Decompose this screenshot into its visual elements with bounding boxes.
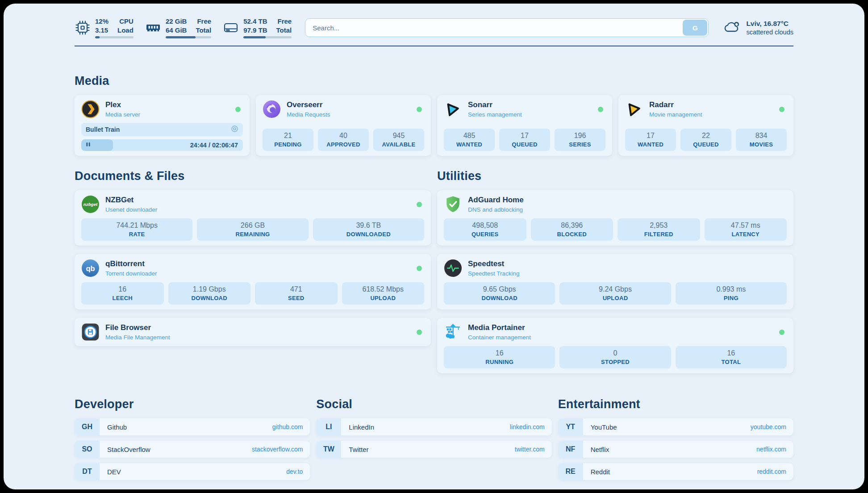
utilities-column: Utilities [437, 169, 793, 373]
service-subtitle: Speedtest Tracking [468, 270, 520, 277]
service-link-filebrowser[interactable]: File Browser Media File Management [81, 323, 424, 341]
bookmark-netflix[interactable]: NF Netflix netflix.com [558, 441, 793, 458]
stat-box: 618.52 Mbps UPLOAD [342, 282, 425, 305]
adguard-titles: AdGuard Home DNS and adblocking [468, 196, 524, 213]
stat-value: 9.24 Gbps [561, 285, 669, 294]
bookmark-abbr: YT [558, 418, 583, 435]
stat-value: 471 [257, 285, 336, 294]
ram-progress-fill [166, 36, 196, 38]
stat-box: 17 WANTED [625, 129, 676, 151]
weather-headline: Lviv, 16.87°C [746, 20, 793, 28]
ram-total-value: 64 GiB [166, 26, 187, 35]
stat-label: AVAILABLE [375, 141, 422, 148]
stat-label: DOWNLOADED [315, 231, 422, 238]
bookmark-github[interactable]: GH Github github.com [75, 418, 310, 435]
portainer-stats: 16 RUNNING 0 STOPPED 16 TOTAL [444, 346, 787, 368]
stat-value: 0.993 ms [677, 285, 785, 294]
service-link-portainer[interactable]: Media Portainer Container management [444, 323, 787, 341]
stat-box: 39.6 TB DOWNLOADED [313, 218, 424, 241]
stat-box: 945 AVAILABLE [373, 129, 424, 151]
service-subtitle: Media Requests [287, 111, 330, 118]
service-card-radarr: Radarr Movie management 17 WANTED 22 QUE… [618, 95, 793, 156]
entertainment-links: YT YouTube youtube.com NF Netflix netfli… [558, 418, 793, 480]
plex-icon [81, 100, 100, 118]
section-title-media: Media [75, 74, 793, 88]
stat-value: 196 [556, 131, 604, 140]
qbittorrent-stats: 16 LEECH 1.19 Gbps DOWNLOAD 471 SEED [81, 282, 424, 305]
filebrowser-icon [81, 323, 100, 341]
service-subtitle: Media File Management [105, 334, 170, 341]
bookmark-linkedin[interactable]: LI LinkedIn linkedin.com [316, 418, 551, 435]
service-card-sonarr: Sonarr Series management 485 WANTED 17 Q… [437, 95, 612, 156]
service-link-adguard[interactable]: AdGuard Home DNS and adblocking [444, 195, 787, 213]
playback-progress-fill [81, 139, 113, 151]
cpu-widget: 12% 3.15 CPU Load [75, 17, 134, 38]
stat-label: WANTED [627, 141, 674, 148]
stat-box: 16 TOTAL [676, 346, 787, 368]
bookmark-twitter[interactable]: TW Twitter twitter.com [316, 441, 551, 458]
bookmark-url: github.com [272, 418, 310, 435]
ram-progress-track [166, 36, 211, 38]
bookmark-dev[interactable]: DT DEV dev.to [75, 463, 310, 480]
service-card-portainer: Media Portainer Container management 16 … [437, 318, 793, 373]
utilities-cards: AdGuard Home DNS and adblocking 498,508 … [437, 190, 793, 373]
stat-box: 47.57 ms LATENCY [705, 218, 787, 241]
disk-total-label: Total [276, 26, 292, 35]
service-link-sonarr[interactable]: Sonarr Series management [444, 100, 605, 118]
stat-value: 16 [677, 349, 785, 358]
bookmark-reddit[interactable]: RE Reddit reddit.com [558, 463, 793, 480]
speedtest-titles: Speedtest Speedtest Tracking [468, 259, 520, 276]
stat-box: 485 WANTED [444, 129, 495, 151]
service-title: Speedtest [468, 259, 520, 268]
service-title: NZBGet [105, 196, 157, 205]
cpu-load-label: Load [117, 26, 134, 35]
overseerr-icon [263, 100, 281, 118]
service-link-nzbget[interactable]: nzbget NZBGet Usenet downloader [81, 195, 424, 213]
service-link-overseerr[interactable]: Overseerr Media Requests [263, 100, 424, 118]
documents-column: Documents & Files nzbget [75, 169, 431, 346]
disk-total-value: 97.9 TB [243, 26, 267, 35]
now-playing-title: Bullet Train [86, 126, 120, 133]
adguard-stats: 498,508 QUERIES 86,396 BLOCKED 2,953 FIL… [444, 218, 787, 241]
stat-box: 9.24 Gbps UPLOAD [559, 282, 671, 305]
disk-text: 52.4 TB 97.9 TB Free Total [243, 17, 292, 38]
search-input[interactable] [305, 18, 709, 37]
bookmark-url: linkedin.com [510, 418, 552, 435]
stat-box: 834 MOVIES [736, 129, 787, 151]
status-dot [417, 330, 422, 335]
cloud-icon [722, 18, 741, 38]
service-link-qbittorrent[interactable]: qb qBittorrent Torrent downloader [81, 259, 424, 277]
cpu-progress-fill [95, 36, 100, 38]
cpu-usage-value: 12% [95, 17, 108, 26]
ram-widget: 22 GiB 64 GiB Free Total [145, 17, 211, 38]
stat-label: FILTERED [619, 231, 698, 238]
service-link-radarr[interactable]: Radarr Movie management [625, 100, 787, 118]
service-card-speedtest: Speedtest Speedtest Tracking 9.65 Gbps D… [437, 254, 793, 309]
sonarr-icon [444, 100, 462, 118]
status-dot [417, 266, 422, 271]
documents-cards: nzbget NZBGet Usenet downloader 74 [75, 190, 431, 346]
search-provider-button[interactable]: G [683, 20, 707, 36]
stat-label: PENDING [264, 141, 312, 148]
stat-value: 39.6 TB [315, 221, 422, 230]
service-link-speedtest[interactable]: Speedtest Speedtest Tracking [444, 259, 787, 277]
stat-value: 0 [561, 349, 669, 358]
media-cards: Plex Media server Bullet Train [75, 95, 793, 156]
stat-value: 1.19 Gbps [170, 285, 249, 294]
stat-label: SEED [257, 295, 336, 301]
bookmark-url: dev.to [286, 463, 310, 480]
bookmark-name: YouTube [583, 418, 751, 435]
stat-label: LATENCY [706, 231, 785, 238]
developer-links: GH Github github.com SO StackOverflow st… [75, 418, 310, 480]
stat-box: 22 QUEUED [680, 129, 731, 151]
stat-value: 485 [446, 131, 493, 140]
stat-value: 9.65 Gbps [446, 285, 553, 294]
plex-now-playing-widget: Bullet Train [81, 118, 243, 151]
service-title: Overseerr [287, 100, 330, 109]
stat-label: MOVIES [738, 141, 785, 148]
bookmark-stackoverflow[interactable]: SO StackOverflow stackoverflow.com [75, 441, 310, 458]
bookmark-youtube[interactable]: YT YouTube youtube.com [558, 418, 793, 435]
disk-icon [223, 20, 239, 36]
bookmark-group-entertainment: Entertainment YT YouTube youtube.com NF … [558, 397, 793, 480]
service-link-plex[interactable]: Plex Media server [81, 100, 243, 118]
